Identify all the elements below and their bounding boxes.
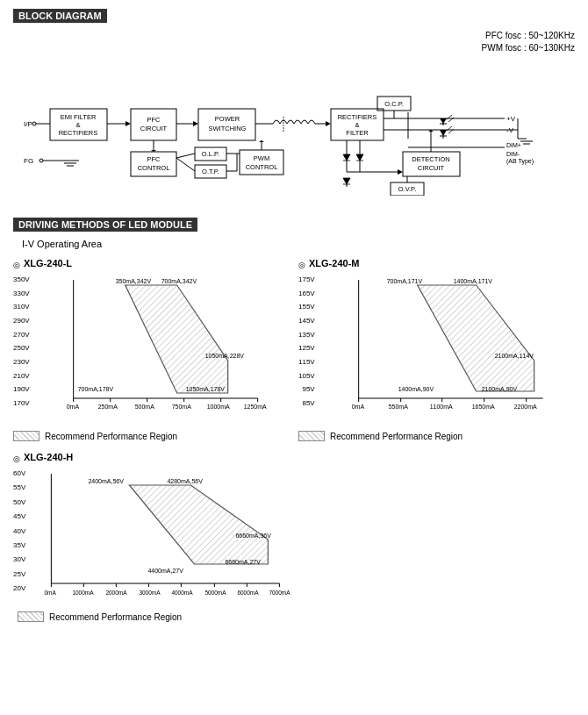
pwm-freq-text: PWM fosc : 60~130KHz xyxy=(13,42,575,54)
svg-marker-148 xyxy=(130,485,269,564)
svg-text:6660mA,36V: 6660mA,36V xyxy=(236,533,272,539)
svg-text:750mA: 750mA xyxy=(171,404,191,410)
chart-xlg240m: ◎ XLG-240-M 175V165V155V145V 135V125V115… xyxy=(298,258,575,418)
svg-text:PFC: PFC xyxy=(147,116,161,124)
svg-text:O.T.P.: O.T.P. xyxy=(202,168,219,175)
svg-text:SWITCHING: SWITCHING xyxy=(209,125,247,132)
svg-text:FILTER: FILTER xyxy=(346,129,369,137)
hatch-legend-m xyxy=(298,431,325,441)
svg-text:700mA,178V: 700mA,178V xyxy=(77,386,113,392)
svg-text:0mA: 0mA xyxy=(66,404,79,410)
svg-marker-81 xyxy=(356,154,363,161)
svg-text:DIM-: DIM- xyxy=(506,151,520,157)
svg-text:1250mA: 1250mA xyxy=(243,404,266,410)
chart-m-title: XLG-240-M xyxy=(309,258,359,268)
chart-l-body: 350V330V310V290V 270V250V230V210V 190V17… xyxy=(13,275,290,418)
svg-text:1050mA,228V: 1050mA,228V xyxy=(204,353,244,359)
svg-text:O.C.P.: O.C.P. xyxy=(384,100,404,108)
chart-xlg240l: ◎ XLG-240-L 350V330V310V290V 270V250V230… xyxy=(13,258,290,418)
recommend-row-top: Recommend Performance Region Recommend P… xyxy=(13,431,575,441)
chart-xlg240h: ◎ XLG-240-H 60V55V50V45V 40V35V30V25V20V xyxy=(13,452,575,622)
hatch-legend-h xyxy=(18,611,44,622)
iv-subtitle: I-V Operating Area xyxy=(22,239,575,249)
svg-text:RECTIFIERS: RECTIFIERS xyxy=(59,129,98,137)
svg-text:4280mA,56V: 4280mA,56V xyxy=(168,478,204,484)
svg-text:5000mA: 5000mA xyxy=(205,590,227,596)
block-diagram-header: BLOCK DIAGRAM xyxy=(13,9,575,23)
recommend-h: Recommend Performance Region xyxy=(18,611,575,622)
svg-text:1400mA,171V: 1400mA,171V xyxy=(453,278,492,284)
svg-marker-44 xyxy=(440,130,447,136)
svg-text:O.L.P.: O.L.P. xyxy=(202,150,219,158)
svg-marker-108 xyxy=(125,285,227,393)
block-diagram-title: BLOCK DIAGRAM xyxy=(13,9,107,23)
chart-l-svg: 350mA,342V 700mA,342V 1050mA,228V 1050mA… xyxy=(32,275,290,418)
svg-text:250mA: 250mA xyxy=(97,404,118,410)
svg-text:1050mA,178V: 1050mA,178V xyxy=(185,386,225,392)
svg-text:PWM: PWM xyxy=(254,154,269,162)
svg-text:500mA: 500mA xyxy=(134,404,154,410)
pfc-freq-text: PFC fosc : 50~120KHz xyxy=(13,30,575,42)
svg-text:7000mA: 7000mA xyxy=(269,590,291,596)
chart-h-body: 60V55V50V45V 40V35V30V25V20V xyxy=(13,469,294,607)
svg-text:PFC: PFC xyxy=(147,155,161,163)
svg-text:DIM+: DIM+ xyxy=(506,142,521,148)
svg-text:6000mA: 6000mA xyxy=(238,590,260,596)
recommend-h-label: Recommend Performance Region xyxy=(49,612,182,622)
svg-text:4000mA: 4000mA xyxy=(172,590,194,596)
y-labels-h: 60V55V50V45V 40V35V30V25V20V xyxy=(13,469,28,592)
driving-title: DRIVING METHODS OF LED MODULE xyxy=(13,218,197,232)
page: BLOCK DIAGRAM PFC fosc : 50~120KHz PWM f… xyxy=(0,0,588,631)
svg-text:CONTROL: CONTROL xyxy=(138,164,170,172)
svg-text:POWER: POWER xyxy=(215,115,240,123)
svg-text:O.V.P.: O.V.P. xyxy=(398,185,416,193)
chart-h-title: XLG-240-H xyxy=(24,452,73,462)
svg-text:2100mA,114V: 2100mA,114V xyxy=(494,353,534,359)
svg-text:CIRCUIT: CIRCUIT xyxy=(140,125,168,132)
recommend-l-label: Recommend Performance Region xyxy=(45,432,177,441)
svg-text:1000mA: 1000mA xyxy=(73,590,95,596)
svg-point-1 xyxy=(32,122,36,125)
chart-m-body: 175V165V155V145V 135V125V115V105V 95V85V xyxy=(298,275,575,418)
svg-text:DETECTION: DETECTION xyxy=(412,155,449,163)
svg-text:+V: +V xyxy=(506,115,516,123)
charts-row-top: ◎ XLG-240-L 350V330V310V290V 270V250V230… xyxy=(13,258,575,418)
svg-marker-39 xyxy=(440,118,447,124)
svg-line-70 xyxy=(176,154,195,158)
svg-text:FG: FG xyxy=(24,157,33,165)
svg-text:1000mA: 1000mA xyxy=(206,404,229,410)
svg-text:0mA: 0mA xyxy=(351,404,364,410)
svg-text:550mA: 550mA xyxy=(388,404,408,410)
y-labels-m: 175V165V155V145V 135V125V115V105V 95V85V xyxy=(298,275,318,407)
svg-text:I/P: I/P xyxy=(24,120,32,128)
block-diagram-svg: .blk { fill: none; stroke: #000; stroke-… xyxy=(13,60,575,200)
svg-text:2000mA: 2000mA xyxy=(106,590,128,596)
svg-text:1650mA: 1650mA xyxy=(471,404,494,410)
svg-marker-88 xyxy=(398,169,403,175)
svg-text:RECTIFIERS: RECTIFIERS xyxy=(338,113,377,121)
recommend-l: Recommend Performance Region xyxy=(13,431,290,441)
svg-text:&: & xyxy=(355,121,359,129)
svg-point-53 xyxy=(39,159,43,162)
driving-header: DRIVING METHODS OF LED MODULE xyxy=(13,218,575,232)
svg-text:3000mA: 3000mA xyxy=(140,590,161,596)
svg-marker-23 xyxy=(326,121,331,126)
svg-text:2200mA: 2200mA xyxy=(513,404,536,410)
svg-text:2100mA,90V: 2100mA,90V xyxy=(481,386,517,392)
svg-text:350mA,342V: 350mA,342V xyxy=(115,278,151,284)
recommend-m-label: Recommend Performance Region xyxy=(330,432,463,441)
svg-marker-129 xyxy=(417,285,534,391)
svg-text:4400mA,27V: 4400mA,27V xyxy=(148,568,184,574)
recommend-m: Recommend Performance Region xyxy=(298,431,575,441)
svg-text:CONTROL: CONTROL xyxy=(246,163,278,171)
svg-text:(AB Type): (AB Type) xyxy=(506,158,534,165)
svg-text:EMI FILTER: EMI FILTER xyxy=(61,113,97,121)
block-diagram-section: BLOCK DIAGRAM PFC fosc : 50~120KHz PWM f… xyxy=(13,9,575,200)
driving-methods-section: DRIVING METHODS OF LED MODULE I-V Operat… xyxy=(13,218,575,622)
svg-line-71 xyxy=(176,158,195,171)
svg-marker-13 xyxy=(193,121,198,126)
chart-h-svg: 2400mA,56V 4280mA,56V 6660mA,36V 6660mA,… xyxy=(28,469,294,607)
svg-text:1400mA,90V: 1400mA,90V xyxy=(398,386,434,392)
svg-text:&: & xyxy=(75,121,80,129)
chart-l-title: XLG-240-L xyxy=(24,258,72,268)
